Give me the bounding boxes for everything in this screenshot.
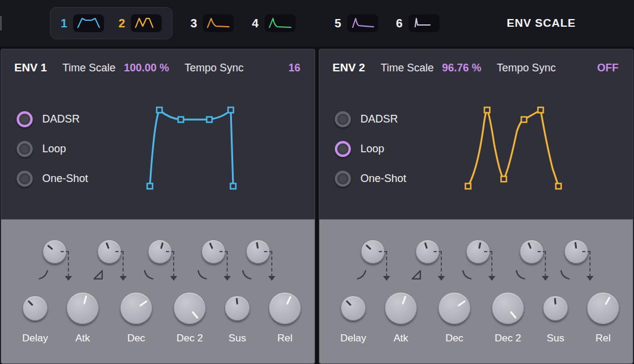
knob-pointer <box>64 289 102 327</box>
env-scale-label: ENV SCALE <box>507 17 576 30</box>
env1-panel: ENV 1 Time Scale 100.00 % Tempo Sync 16 … <box>1 49 315 364</box>
envelope-editor[interactable] <box>460 103 567 192</box>
env-tab-4[interactable]: 4 <box>252 14 295 32</box>
active-env-tab-group: 1 2 <box>50 7 172 39</box>
knob-label: Sus <box>531 332 580 344</box>
knob-unit-release: Rel <box>260 288 310 350</box>
env-handle[interactable] <box>147 184 153 189</box>
sustain-knob[interactable] <box>543 296 568 321</box>
delay-knob[interactable] <box>341 296 366 321</box>
env-tab-3[interactable]: 3 <box>190 14 234 32</box>
mode-one-shot[interactable]: One-Shot <box>335 164 406 193</box>
env-handle[interactable] <box>207 117 212 123</box>
env-handle[interactable] <box>538 108 544 113</box>
env-handle[interactable] <box>157 108 162 113</box>
env-handle[interactable] <box>501 177 507 182</box>
knob-unit-attack: Atk <box>376 288 426 350</box>
env-tab-6[interactable]: 6 <box>396 14 440 32</box>
stage-connector <box>219 251 228 277</box>
mode-dadsr[interactable]: DADSR <box>335 104 406 134</box>
stage-connector <box>115 251 124 277</box>
mode-label: Loop <box>360 143 384 155</box>
sustain-knob[interactable] <box>225 296 250 321</box>
envelope-editor[interactable] <box>142 103 249 192</box>
knob-pointer <box>486 286 529 330</box>
time-scale-value[interactable]: 96.76 % <box>442 62 481 74</box>
stage-connector <box>582 251 591 277</box>
knob-label: Delay <box>10 332 60 344</box>
env-handle[interactable] <box>522 117 527 123</box>
decay2-knob[interactable] <box>174 292 206 324</box>
env-handle[interactable] <box>466 184 471 189</box>
down-arrow-icon <box>542 276 549 281</box>
env-handle[interactable] <box>556 184 561 189</box>
knob-unit-decay: Dec <box>111 288 161 350</box>
env-selector-bar: 1 2 3 4 5 6 ENV SC <box>0 0 634 46</box>
knob-label: Rel <box>260 332 310 344</box>
env-handle[interactable] <box>228 108 234 113</box>
tempo-sync-label: Tempo Sync <box>497 62 555 74</box>
knob-label: Dec 2 <box>483 332 533 344</box>
env-tab-1[interactable]: 1 <box>61 14 104 32</box>
knob-unit-decay2: Dec 2 <box>165 288 215 350</box>
curve-shape-icon <box>462 269 472 280</box>
knob-unit-sustain: Sus <box>212 288 262 350</box>
env1-header: ENV 1 Time Scale 100.00 % Tempo Sync 16 <box>14 61 300 74</box>
delay-knob[interactable] <box>23 296 48 321</box>
knob-pointer <box>115 287 158 330</box>
mode-loop[interactable]: Loop <box>17 134 88 164</box>
time-scale-value[interactable]: 100.00 % <box>124 62 169 74</box>
down-arrow-icon <box>268 276 275 281</box>
mode-selector: DADSR Loop One-Shot <box>335 104 406 193</box>
tab-number: 5 <box>335 17 341 30</box>
mode-one-shot[interactable]: One-Shot <box>17 164 88 193</box>
release-knob[interactable] <box>587 292 619 324</box>
knob-label: Sus <box>212 332 262 344</box>
knob-label: Atk <box>58 332 108 344</box>
mode-dadsr[interactable]: DADSR <box>17 104 88 134</box>
env-6-shape-icon <box>409 14 440 32</box>
knob-pointer <box>542 295 568 321</box>
decay-knob[interactable] <box>438 292 470 324</box>
env2-panel: ENV 2 Time Scale 96.76 % Tempo Sync OFF … <box>319 49 633 364</box>
tab-number: 1 <box>61 17 67 30</box>
knob-unit-release: Rel <box>578 288 628 350</box>
env-handle[interactable] <box>178 117 184 123</box>
mode-loop[interactable]: Loop <box>335 134 406 164</box>
down-arrow-icon <box>224 276 231 281</box>
attack-knob[interactable] <box>67 292 99 324</box>
attack-knob[interactable] <box>385 292 417 324</box>
env1-knob-section: Delay Atk Dec Dec 2 Sus Rel <box>1 219 315 363</box>
env-handle[interactable] <box>485 108 490 113</box>
knob-unit-decay: Dec <box>429 288 479 350</box>
mode-selector: DADSR Loop One-Shot <box>17 104 88 193</box>
radio-icon <box>335 171 351 187</box>
panel-title: ENV 2 <box>332 61 365 74</box>
env2-knob-section: Delay Atk Dec Dec 2 Sus Rel <box>319 219 633 363</box>
stage-connector <box>379 251 387 277</box>
knob-label: Dec <box>429 332 479 344</box>
tempo-sync-value[interactable]: OFF <box>597 62 619 74</box>
knob-pointer <box>168 286 211 330</box>
left-edge-fragment <box>0 16 2 30</box>
stage-connector <box>538 251 546 277</box>
envelope-curve[interactable] <box>468 110 558 186</box>
curve-shape-icon <box>197 269 208 280</box>
envelope-curve[interactable] <box>150 110 233 186</box>
time-scale-label: Time Scale <box>62 62 115 74</box>
knob-unit-delay: Delay <box>10 288 60 350</box>
mode-label: DADSR <box>360 113 398 125</box>
env-tab-2[interactable]: 2 <box>118 14 162 32</box>
release-knob[interactable] <box>269 292 301 324</box>
decay-knob[interactable] <box>120 292 152 324</box>
down-arrow-icon <box>488 276 495 281</box>
decay2-knob[interactable] <box>492 292 524 324</box>
ramp-shape-icon <box>93 269 103 280</box>
knob-pointer <box>337 291 371 325</box>
env-handle[interactable] <box>231 184 236 189</box>
env-tab-5[interactable]: 5 <box>335 14 378 32</box>
tab-number: 3 <box>190 17 197 30</box>
tempo-sync-value[interactable]: 16 <box>288 62 300 74</box>
env2-header: ENV 2 Time Scale 96.76 % Tempo Sync OFF <box>332 61 619 74</box>
mode-label: Loop <box>42 143 66 155</box>
